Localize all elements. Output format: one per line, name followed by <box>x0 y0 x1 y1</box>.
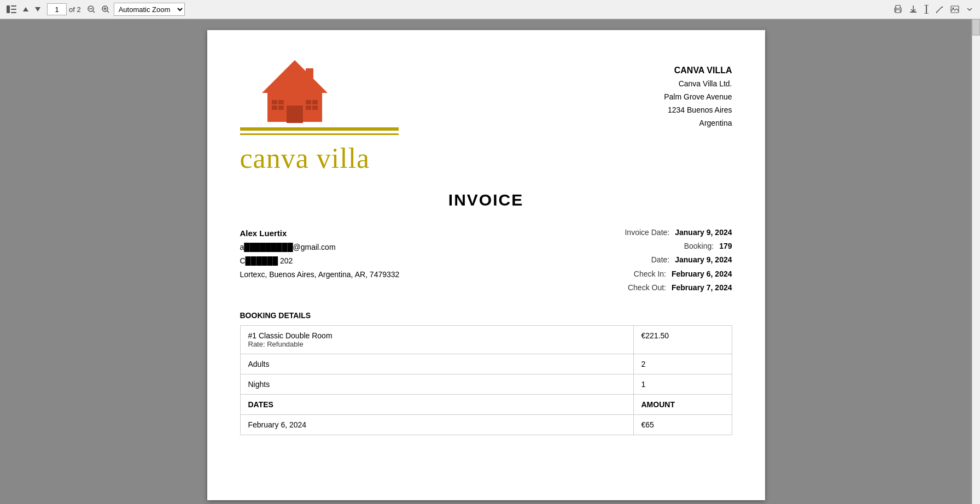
gold-line-thin <box>240 133 399 135</box>
house-logo-icon <box>256 57 333 123</box>
date-value: January 9, 2024 <box>675 253 732 267</box>
toggle-sidebar-button[interactable] <box>4 4 19 14</box>
checkout-row: Check Out: February 7, 2024 <box>625 281 732 295</box>
dates-header: DATES <box>240 394 633 414</box>
company-address2: 1234 Buenos Aires <box>664 104 732 117</box>
svg-rect-25 <box>951 6 959 13</box>
svg-rect-0 <box>7 5 10 13</box>
right-scrollbar[interactable] <box>972 19 980 504</box>
invoice-meta: Invoice Date: January 9, 2024 Booking: 1… <box>625 226 732 295</box>
table-row: #1 Classic Double Room Rate: Refundable … <box>240 325 732 354</box>
adults-description: Adults <box>240 354 633 374</box>
svg-line-8 <box>93 11 95 13</box>
svg-marker-4 <box>23 7 28 11</box>
gold-line-thick <box>240 127 399 131</box>
svg-rect-30 <box>287 106 303 123</box>
next-page-button[interactable] <box>33 6 43 13</box>
svg-rect-28 <box>306 68 313 82</box>
customer-address: Lortexc, Buenos Aires, Argentina, AR, 74… <box>240 268 400 282</box>
booking-table: #1 Classic Double Room Rate: Refundable … <box>240 325 732 435</box>
room-amount: €221.50 <box>633 325 732 354</box>
pdf-toolbar: of 2 Automatic Zoom Actual Size Page Fit… <box>0 0 980 19</box>
details-section: Alex Luertix a█████████@gmail.com C█████… <box>240 226 732 295</box>
text-cursor-button[interactable] <box>922 4 931 15</box>
booking-label: Booking: <box>684 239 714 253</box>
date-amount: €65 <box>633 414 732 435</box>
invoice-date-row: Invoice Date: January 9, 2024 <box>625 226 732 239</box>
table-row: Adults 2 <box>240 354 732 374</box>
download-button[interactable] <box>907 4 920 15</box>
zoom-select[interactable]: Automatic Zoom Actual Size Page Fit Page… <box>114 3 185 16</box>
adults-amount: 2 <box>633 354 732 374</box>
room-description: #1 Classic Double Room Rate: Refundable <box>240 325 633 354</box>
svg-line-22 <box>936 7 942 13</box>
page-number-input[interactable] <box>47 3 67 15</box>
customer-email: a█████████@gmail.com <box>240 241 400 254</box>
checkout-label: Check Out: <box>628 281 666 295</box>
logo-area: canva villa <box>240 57 399 174</box>
company-info: CANVA VILLA Canva Villa Ltd. Palm Grove … <box>664 63 732 130</box>
booking-row: Booking: 179 <box>625 239 732 253</box>
draw-button[interactable] <box>933 4 946 15</box>
svg-rect-1 <box>11 5 16 7</box>
amount-header: AMOUNT <box>633 394 732 414</box>
customer-name: Alex Luertix <box>240 226 400 241</box>
canva-villa-logo-text: canva villa <box>240 142 370 174</box>
svg-point-16 <box>895 9 896 10</box>
checkout-value: February 7, 2024 <box>672 281 732 295</box>
date-label: Date: <box>651 253 669 267</box>
booking-value: 179 <box>719 239 732 253</box>
date-row: Date: January 9, 2024 <box>625 253 732 267</box>
nights-description: Nights <box>240 374 633 394</box>
nights-amount: 1 <box>633 374 732 394</box>
invoice-title: INVOICE <box>240 191 732 209</box>
date-entry: February 6, 2024 <box>240 414 633 435</box>
gold-decoration-lines <box>240 127 399 135</box>
table-row: February 6, 2024 €65 <box>240 414 732 435</box>
company-address1: Palm Grove Avenue <box>664 91 732 104</box>
company-country: Argentina <box>664 117 732 130</box>
svg-marker-27 <box>262 60 328 93</box>
svg-rect-3 <box>11 12 16 13</box>
zoom-out-button[interactable] <box>85 4 97 14</box>
booking-section-title: BOOKING DETAILS <box>240 311 732 320</box>
page-input-group: of 2 <box>47 3 81 15</box>
svg-rect-2 <box>11 9 16 10</box>
svg-rect-14 <box>896 5 900 8</box>
page-total: of 2 <box>69 5 81 14</box>
svg-line-12 <box>107 11 109 13</box>
more-tools-button[interactable] <box>964 4 976 14</box>
customer-info: Alex Luertix a█████████@gmail.com C█████… <box>240 226 400 295</box>
prev-page-button[interactable] <box>21 6 31 13</box>
company-name: CANVA VILLA <box>664 63 732 78</box>
print-button[interactable] <box>891 4 905 15</box>
image-button[interactable] <box>948 4 961 14</box>
room-name: #1 Classic Double Room <box>248 331 626 340</box>
pdf-page: canva villa CANVA VILLA Canva Villa Ltd.… <box>207 30 765 500</box>
scrollbar-thumb[interactable] <box>972 19 980 36</box>
main-area: canva villa CANVA VILLA Canva Villa Ltd.… <box>0 19 980 504</box>
svg-marker-5 <box>35 7 40 11</box>
table-row: DATES AMOUNT <box>240 394 732 414</box>
company-full-name: Canva Villa Ltd. <box>664 78 732 91</box>
checkin-label: Check In: <box>634 267 666 281</box>
invoice-date-value: January 9, 2024 <box>675 226 732 239</box>
room-rate: Rate: Refundable <box>248 340 626 348</box>
checkin-value: February 6, 2024 <box>672 267 732 281</box>
customer-phone: C██████ 202 <box>240 254 400 268</box>
table-row: Nights 1 <box>240 374 732 394</box>
toolbar-right-actions <box>891 4 976 15</box>
header-section: canva villa CANVA VILLA Canva Villa Ltd.… <box>240 57 732 174</box>
zoom-in-button[interactable] <box>100 4 112 14</box>
svg-rect-15 <box>896 10 900 13</box>
pdf-viewer[interactable]: canva villa CANVA VILLA Canva Villa Ltd.… <box>0 19 972 504</box>
checkin-row: Check In: February 6, 2024 <box>625 267 732 281</box>
invoice-date-label: Invoice Date: <box>625 226 669 239</box>
